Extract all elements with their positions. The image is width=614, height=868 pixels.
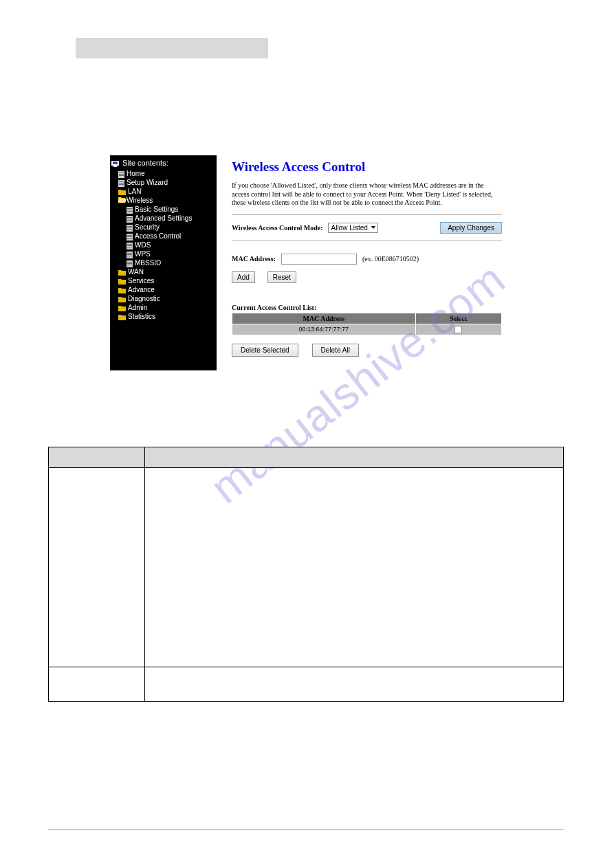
svg-rect-21 <box>127 227 132 228</box>
sidebar-item-security[interactable]: Security <box>111 223 215 232</box>
sidebar-item-diagnostic[interactable]: Diagnostic <box>111 294 215 303</box>
computer-icon <box>111 161 119 167</box>
sidebar-item-label: Diagnostic <box>128 295 160 302</box>
sidebar-item-wds[interactable]: WDS <box>111 241 215 249</box>
page-icon <box>118 171 124 178</box>
mode-select[interactable]: Allow Listed <box>328 223 377 233</box>
router-screenshot: Site contents: Home Setup Wizard LAN Wir… <box>110 155 509 370</box>
page-icon <box>127 260 133 267</box>
page-icon <box>127 225 133 232</box>
mac-hint: (ex. 00E086710502) <box>362 255 419 263</box>
sidebar-item-label: Statistics <box>128 313 155 320</box>
svg-rect-26 <box>127 238 132 238</box>
folder-icon <box>118 189 126 195</box>
folder-icon <box>118 296 126 302</box>
sidebar-item-statistics[interactable]: Statistics <box>111 312 215 321</box>
add-button[interactable]: Add <box>232 271 255 283</box>
svg-rect-32 <box>127 253 132 254</box>
page-icon <box>127 252 133 258</box>
sidebar-item-label: WDS <box>135 241 151 249</box>
folder-icon <box>118 287 126 293</box>
sidebar-item-label: Services <box>128 277 154 285</box>
add-reset-row: Add Reset <box>232 271 502 283</box>
field-table-cell <box>145 667 564 702</box>
field-table-cell <box>145 468 564 667</box>
apply-changes-button[interactable]: Apply Changes <box>440 222 502 234</box>
folder-icon <box>118 269 126 276</box>
svg-rect-29 <box>127 245 132 246</box>
sidebar-item-advance[interactable]: Advance <box>111 285 215 294</box>
mac-row: MAC Address: (ex. 00E086710502) <box>232 254 502 265</box>
svg-rect-10 <box>119 184 124 185</box>
sidebar-item-setup-wizard[interactable]: Setup Wizard <box>111 178 215 187</box>
sidebar-item-services[interactable]: Services <box>111 276 215 285</box>
delete-row: Delete Selected Delete All <box>232 344 502 357</box>
sidebar-item-label: Home <box>127 170 145 177</box>
sidebar-item-label: MBSSID <box>135 259 161 267</box>
acl-row: 00:13:64:77:77:77 <box>232 324 502 335</box>
sidebar-item-label: Advance <box>128 286 155 293</box>
delete-selected-button[interactable]: Delete Selected <box>232 344 298 357</box>
sidebar-item-wireless[interactable]: Wireless <box>111 196 215 205</box>
acl-title: Current Access Control List: <box>232 304 502 311</box>
svg-rect-1 <box>113 162 118 164</box>
svg-rect-14 <box>127 211 132 212</box>
mac-label: MAC Address: <box>232 255 276 263</box>
svg-rect-18 <box>127 220 132 221</box>
sidebar-item-admin[interactable]: Admin <box>111 303 215 312</box>
sidebar-item-wps[interactable]: WPS <box>111 249 215 258</box>
svg-rect-13 <box>127 210 132 210</box>
svg-rect-17 <box>127 219 132 219</box>
acl-row-checkbox[interactable] <box>454 326 462 333</box>
page-icon <box>127 234 133 241</box>
svg-rect-38 <box>127 265 132 265</box>
svg-rect-30 <box>127 247 132 247</box>
page-icon <box>127 243 133 249</box>
sidebar-item-home[interactable]: Home <box>111 169 215 178</box>
divider <box>232 214 502 215</box>
svg-rect-33 <box>127 254 132 255</box>
svg-rect-5 <box>119 174 124 175</box>
main-content: Wireless Access Control If you choose 'A… <box>217 155 509 370</box>
sidebar-item-advanced-settings[interactable]: Advanced Settings <box>111 214 215 223</box>
svg-rect-4 <box>119 173 124 173</box>
field-table-cell <box>49 468 145 667</box>
svg-rect-2 <box>113 166 117 167</box>
divider <box>232 241 502 241</box>
sidebar-item-label: Admin <box>128 304 147 311</box>
acl-table: MAC Address Select 00:13:64:77:77:77 <box>232 313 502 335</box>
sidebar-item-basic-settings[interactable]: Basic Settings <box>111 205 215 214</box>
sidebar-item-mbssid[interactable]: MBSSID <box>111 258 215 267</box>
sidebar-item-lan[interactable]: LAN <box>111 187 215 196</box>
page-description: If you choose 'Allowed Listed', only tho… <box>232 181 502 208</box>
acl-header-select: Select <box>415 313 501 324</box>
svg-rect-6 <box>119 175 124 176</box>
svg-rect-25 <box>127 236 132 237</box>
sidebar-item-wan[interactable]: WAN <box>111 267 215 276</box>
svg-rect-37 <box>127 263 132 264</box>
sidebar-item-label: Setup Wizard <box>127 179 168 186</box>
sidebar-item-label: LAN <box>128 188 141 195</box>
page-icon <box>118 180 124 187</box>
header-gray-banner <box>76 38 268 58</box>
svg-rect-24 <box>127 235 132 236</box>
delete-all-button[interactable]: Delete All <box>312 344 359 357</box>
mode-row: Wireless Access Control Mode: Allow List… <box>232 222 502 234</box>
sidebar-nav: Site contents: Home Setup Wizard LAN Wir… <box>110 155 217 370</box>
svg-rect-16 <box>127 217 132 218</box>
mac-address-input[interactable] <box>281 254 357 265</box>
field-table-header-2 <box>145 447 564 468</box>
sidebar-item-access-control[interactable]: Access Control <box>111 232 215 241</box>
svg-rect-12 <box>127 208 132 209</box>
folder-icon <box>118 278 126 285</box>
svg-rect-20 <box>127 226 132 227</box>
mode-select-value: Allow Listed <box>331 224 367 232</box>
svg-rect-8 <box>119 181 124 182</box>
footer-divider <box>48 830 564 830</box>
folder-icon <box>118 314 126 320</box>
acl-cell-select <box>415 324 501 335</box>
sidebar-item-label: WPS <box>135 250 151 258</box>
reset-button[interactable]: Reset <box>267 271 296 283</box>
sidebar-title: Site contents: <box>111 158 215 168</box>
folder-open-icon <box>118 197 127 203</box>
